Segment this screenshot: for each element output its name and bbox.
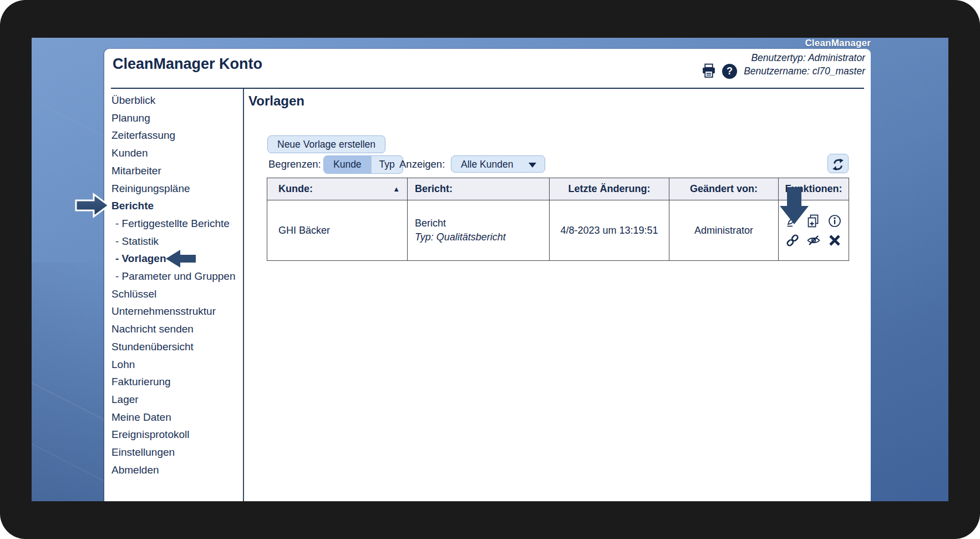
desktop-background: CleanManager CleanManager Konto ? Benutz… bbox=[32, 38, 948, 501]
hide-eye-icon[interactable] bbox=[806, 233, 821, 248]
sidebar-item-schlüssel[interactable]: Schlüssel bbox=[111, 285, 243, 303]
main-content: Vorlagen Neue Vorlage erstellen Begrenze… bbox=[243, 89, 871, 501]
app-window: CleanManager Konto ? Benutzertyp: Admini… bbox=[104, 49, 871, 501]
segment-kunde[interactable]: Kunde bbox=[324, 156, 371, 173]
refresh-icon bbox=[831, 158, 845, 172]
sidebar-item-meine-daten[interactable]: Meine Daten bbox=[111, 409, 243, 426]
cell-funktionen bbox=[779, 200, 849, 261]
sidebar-item-parameter-und-gruppen[interactable]: - Parameter und Gruppen bbox=[111, 268, 243, 285]
sidebar-item-nachricht-senden[interactable]: Nachricht senden bbox=[111, 320, 243, 338]
user-name: Benutzername: cl70_master bbox=[744, 65, 865, 78]
limit-segmented-control: Kunde Typ bbox=[323, 155, 403, 174]
sidebar-item-fertiggestellte-berichte[interactable]: - Fertiggestellte Berichte bbox=[111, 215, 243, 233]
sidebar-list: ÜberblickPlanungZeiterfassungKundenMitar… bbox=[104, 89, 243, 478]
limit-label: Begrenzen: bbox=[268, 158, 321, 170]
function-icon-grid bbox=[785, 214, 849, 248]
sidebar-item-reinigungspläne[interactable]: Reinigungspläne bbox=[111, 180, 243, 198]
column-header-funktionen: Funktionen: bbox=[779, 178, 849, 200]
sidebar-item-stundenübersicht[interactable]: Stundenübersicht bbox=[111, 338, 243, 356]
sidebar-item-vorlagen[interactable]: - Vorlagen bbox=[111, 250, 243, 268]
cleanmanager-watermark: CleanManager bbox=[32, 38, 871, 49]
link-icon[interactable] bbox=[785, 233, 800, 248]
cell-letzte-aenderung: 4/8-2023 um 13:19:51 bbox=[550, 200, 669, 261]
sidebar-item-zeiterfassung[interactable]: Zeiterfassung bbox=[111, 127, 243, 144]
delete-x-icon[interactable] bbox=[827, 233, 842, 248]
edit-pencil-icon[interactable] bbox=[785, 214, 800, 228]
table-row: GHI Bäcker Bericht Typ: Qualitätsbericht… bbox=[267, 200, 849, 261]
sidebar-item-ereignisprotokoll[interactable]: Ereignisprotokoll bbox=[111, 426, 243, 444]
print-icon[interactable] bbox=[701, 63, 717, 78]
cell-geaendert-von: Administrator bbox=[669, 200, 779, 261]
column-header-kunde[interactable]: Kunde: ▲ bbox=[267, 178, 408, 200]
bericht-name: Bericht bbox=[415, 216, 549, 230]
sidebar-nav: ÜberblickPlanungZeiterfassungKundenMitar… bbox=[104, 89, 244, 501]
chevron-down-icon bbox=[529, 163, 536, 168]
sidebar-item-überblick[interactable]: Überblick bbox=[111, 92, 243, 109]
show-label: Anzeigen: bbox=[399, 158, 445, 170]
user-type: Benutzertyp: Administrator bbox=[744, 52, 865, 65]
section-heading: Vorlagen bbox=[248, 93, 304, 109]
help-icon[interactable]: ? bbox=[722, 64, 737, 79]
dropdown-value: Alle Kunden bbox=[461, 156, 513, 173]
sidebar-item-kunden[interactable]: Kunden bbox=[111, 144, 243, 162]
sidebar-item-abmelden[interactable]: Abmelden bbox=[111, 461, 243, 479]
sidebar-item-mitarbeiter[interactable]: Mitarbeiter bbox=[111, 162, 243, 180]
bericht-typ: Typ: Qualitätsbericht bbox=[415, 230, 549, 244]
customer-filter-dropdown[interactable]: Alle Kunden bbox=[451, 155, 545, 173]
sidebar-item-statistik[interactable]: - Statistik bbox=[111, 233, 243, 250]
column-header-geaendert-von[interactable]: Geändert von: bbox=[669, 178, 779, 200]
sidebar-item-lager[interactable]: Lager bbox=[111, 391, 243, 409]
sidebar-item-fakturierung[interactable]: Fakturierung bbox=[111, 373, 243, 391]
segment-typ[interactable]: Typ bbox=[371, 156, 403, 173]
new-template-button[interactable]: Neue Vorlage erstellen bbox=[267, 135, 385, 153]
table-header-row: Kunde: ▲ Bericht: Letzte Änderung: Geänd… bbox=[267, 178, 849, 200]
cell-kunde: GHI Bäcker bbox=[267, 200, 408, 261]
device-frame: CleanManager CleanManager Konto ? Benutz… bbox=[0, 0, 980, 539]
copy-add-icon[interactable] bbox=[806, 214, 821, 228]
sidebar-item-unternehmensstruktur[interactable]: Unternehmensstruktur bbox=[111, 303, 243, 320]
column-header-bericht[interactable]: Bericht: bbox=[408, 178, 550, 200]
sidebar-item-lohn[interactable]: Lohn bbox=[111, 356, 243, 374]
sort-ascending-icon: ▲ bbox=[393, 185, 400, 193]
user-info: Benutzertyp: Administrator Benutzername:… bbox=[744, 52, 865, 78]
cell-bericht: Bericht Typ: Qualitätsbericht bbox=[408, 200, 550, 261]
column-header-letzte-aenderung[interactable]: Letzte Änderung: bbox=[550, 178, 669, 200]
sidebar-item-einstellungen[interactable]: Einstellungen bbox=[111, 444, 243, 461]
info-icon[interactable] bbox=[827, 214, 842, 228]
sidebar-item-berichte[interactable]: Berichte bbox=[111, 197, 243, 215]
refresh-button[interactable] bbox=[827, 154, 849, 173]
page-title: CleanManager Konto bbox=[113, 56, 262, 73]
sidebar-item-planung[interactable]: Planung bbox=[111, 109, 243, 127]
templates-table: Kunde: ▲ Bericht: Letzte Änderung: Geänd… bbox=[267, 178, 849, 261]
